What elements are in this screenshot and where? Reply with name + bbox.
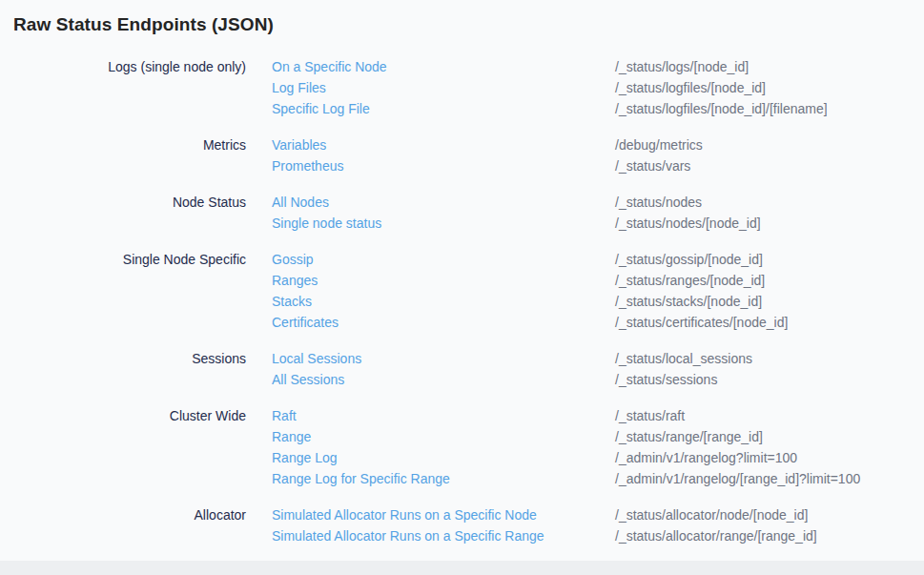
endpoint-row: Specific Log File/_status/logfiles/[node… xyxy=(272,98,924,119)
endpoint-groups: Logs (single node only)On a Specific Nod… xyxy=(0,56,924,546)
endpoint-path: /_status/local_sessions xyxy=(615,348,924,369)
endpoint-row: Prometheus/_status/vars xyxy=(272,155,924,176)
endpoint-group: Cluster WideRaft/_status/raftRange/_stat… xyxy=(0,405,924,489)
endpoint-link-cell: Simulated Allocator Runs on a Specific N… xyxy=(272,504,615,525)
endpoint-path: /_status/nodes/[node_id] xyxy=(615,213,924,234)
endpoint-link[interactable]: All Nodes xyxy=(272,195,329,210)
endpoint-link[interactable]: Simulated Allocator Runs on a Specific R… xyxy=(272,528,544,544)
endpoint-link[interactable]: Variables xyxy=(272,137,326,153)
endpoint-path: /_status/allocator/node/[node_id] xyxy=(615,504,924,525)
raw-status-endpoints-page: Raw Status Endpoints (JSON) Logs (single… xyxy=(0,12,924,546)
endpoint-link[interactable]: Range Log for Specific Range xyxy=(272,471,450,486)
endpoint-link-cell: Prometheus xyxy=(272,155,615,176)
endpoint-group: Node StatusAll Nodes/_status/nodesSingle… xyxy=(0,192,924,234)
endpoint-group: Logs (single node only)On a Specific Nod… xyxy=(0,56,924,119)
endpoint-row: Local Sessions/_status/local_sessions xyxy=(272,348,924,369)
endpoint-link-cell: Specific Log File xyxy=(272,98,615,119)
endpoint-path: /_status/stacks/[node_id] xyxy=(615,291,924,312)
endpoint-path: /_status/certificates/[node_id] xyxy=(615,312,924,333)
endpoint-path: /debug/metrics xyxy=(615,134,924,155)
endpoint-group: MetricsVariables/debug/metricsPrometheus… xyxy=(0,134,924,176)
endpoint-path: /_status/logfiles/[node_id]/[filename] xyxy=(615,98,924,119)
endpoint-path: /_status/sessions xyxy=(615,369,924,390)
endpoint-link[interactable]: Stacks xyxy=(272,294,312,309)
endpoint-link-cell: Variables xyxy=(272,134,615,155)
endpoint-link[interactable]: Log Files xyxy=(272,80,326,95)
endpoint-link[interactable]: Single node status xyxy=(272,216,381,231)
endpoint-row: All Sessions/_status/sessions xyxy=(272,369,924,390)
endpoint-row: Stacks/_status/stacks/[node_id] xyxy=(272,291,924,312)
endpoint-link-cell: Log Files xyxy=(272,77,615,98)
endpoint-link-cell: Certificates xyxy=(272,312,615,333)
endpoint-path: /_status/logfiles/[node_id] xyxy=(615,77,924,98)
endpoint-row: On a Specific Node/_status/logs/[node_id… xyxy=(272,56,924,77)
endpoint-path: /_status/allocator/range/[range_id] xyxy=(615,525,924,546)
category-label: Logs (single node only) xyxy=(0,56,246,119)
endpoint-link[interactable]: Prometheus xyxy=(272,158,343,174)
endpoint-link-cell: Stacks xyxy=(272,291,615,312)
category-label: Cluster Wide xyxy=(0,405,246,489)
endpoint-link[interactable]: Gossip xyxy=(272,252,314,267)
endpoint-link-cell: On a Specific Node xyxy=(272,56,615,77)
endpoint-row: Log Files/_status/logfiles/[node_id] xyxy=(272,77,924,98)
endpoint-link[interactable]: Range Log xyxy=(272,450,338,465)
page-title: Raw Status Endpoints (JSON) xyxy=(13,12,924,37)
endpoint-link[interactable]: Specific Log File xyxy=(272,101,370,116)
endpoint-row: Single node status/_status/nodes/[node_i… xyxy=(272,213,924,234)
entry-list: Simulated Allocator Runs on a Specific N… xyxy=(272,504,924,546)
category-label: Sessions xyxy=(0,348,246,390)
endpoint-link-cell: Range Log for Specific Range xyxy=(272,468,615,489)
endpoint-path: /_status/vars xyxy=(615,155,924,176)
endpoint-link-cell: All Sessions xyxy=(272,369,615,390)
endpoint-row: Range/_status/range/[range_id] xyxy=(272,426,924,447)
endpoint-link-cell: Raft xyxy=(272,405,615,426)
endpoint-row: Gossip/_status/gossip/[node_id] xyxy=(272,249,924,270)
endpoint-link[interactable]: Range xyxy=(272,429,311,444)
endpoint-row: Simulated Allocator Runs on a Specific R… xyxy=(272,525,924,546)
endpoint-path: /_admin/v1/rangelog?limit=100 xyxy=(615,447,924,468)
endpoint-group: AllocatorSimulated Allocator Runs on a S… xyxy=(0,504,924,546)
endpoint-path: /_status/logs/[node_id] xyxy=(615,56,924,77)
endpoint-row: Simulated Allocator Runs on a Specific N… xyxy=(272,504,924,525)
endpoint-path: /_admin/v1/rangelog/[range_id]?limit=100 xyxy=(615,468,924,489)
endpoint-link-cell: Range Log xyxy=(272,447,615,468)
entry-list: On a Specific Node/_status/logs/[node_id… xyxy=(272,56,924,119)
endpoint-link-cell: Gossip xyxy=(272,249,615,270)
endpoint-row: Certificates/_status/certificates/[node_… xyxy=(272,312,924,333)
entry-list: Variables/debug/metricsPrometheus/_statu… xyxy=(272,134,924,176)
endpoint-path: /_status/gossip/[node_id] xyxy=(615,249,924,270)
endpoint-path: /_status/raft xyxy=(615,405,924,426)
endpoint-row: Ranges/_status/ranges/[node_id] xyxy=(272,270,924,291)
endpoint-link[interactable]: All Sessions xyxy=(272,372,344,387)
entry-list: Gossip/_status/gossip/[node_id]Ranges/_s… xyxy=(272,249,924,333)
endpoint-link-cell: Simulated Allocator Runs on a Specific R… xyxy=(272,525,615,546)
endpoint-row: Range Log for Specific Range/_admin/v1/r… xyxy=(272,468,924,489)
endpoint-link-cell: All Nodes xyxy=(272,192,615,213)
endpoint-path: /_status/range/[range_id] xyxy=(615,426,924,447)
endpoint-path: /_status/nodes xyxy=(615,192,924,213)
endpoint-link[interactable]: On a Specific Node xyxy=(272,59,387,74)
endpoint-link-cell: Single node status xyxy=(272,213,615,234)
entry-list: Raft/_status/raftRange/_status/range/[ra… xyxy=(272,405,924,489)
endpoint-link[interactable]: Ranges xyxy=(272,273,318,288)
footer-band xyxy=(0,561,924,575)
entry-list: Local Sessions/_status/local_sessionsAll… xyxy=(272,348,924,390)
category-label: Metrics xyxy=(0,134,246,176)
endpoint-row: Variables/debug/metrics xyxy=(272,134,924,155)
endpoint-link[interactable]: Simulated Allocator Runs on a Specific N… xyxy=(272,507,537,523)
endpoint-row: All Nodes/_status/nodes xyxy=(272,192,924,213)
endpoint-row: Range Log/_admin/v1/rangelog?limit=100 xyxy=(272,447,924,468)
endpoint-path: /_status/ranges/[node_id] xyxy=(615,270,924,291)
endpoint-link[interactable]: Local Sessions xyxy=(272,351,361,366)
category-label: Allocator xyxy=(0,504,246,546)
category-label: Single Node Specific xyxy=(0,249,246,333)
endpoint-link-cell: Range xyxy=(272,426,615,447)
endpoint-row: Raft/_status/raft xyxy=(272,405,924,426)
entry-list: All Nodes/_status/nodesSingle node statu… xyxy=(272,192,924,234)
endpoint-group: Single Node SpecificGossip/_status/gossi… xyxy=(0,249,924,333)
endpoint-link[interactable]: Certificates xyxy=(272,315,339,330)
endpoint-link-cell: Ranges xyxy=(272,270,615,291)
category-label: Node Status xyxy=(0,192,246,234)
endpoint-link-cell: Local Sessions xyxy=(272,348,615,369)
endpoint-link[interactable]: Raft xyxy=(272,408,297,423)
